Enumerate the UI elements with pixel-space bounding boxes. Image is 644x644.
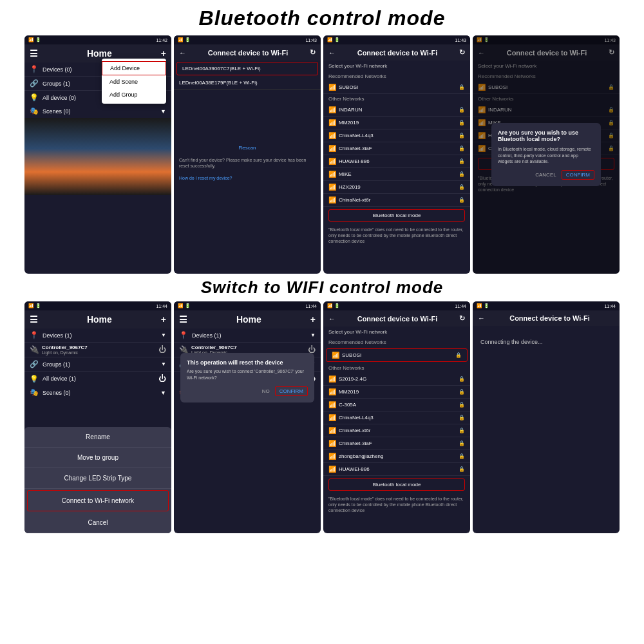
dialog-title: Are you sure you wish to use Bluetooth l… xyxy=(498,129,594,142)
add-scene-item[interactable]: Add Scene xyxy=(102,75,166,88)
time-b3: 11:44 xyxy=(455,304,466,308)
cancel-item[interactable]: Cancel xyxy=(24,513,171,533)
recommended-label-b3: Recommended Networks xyxy=(323,337,470,347)
status-bar-2: 📶🔋 11:43 xyxy=(174,35,321,44)
scenes-label-b1: Scenes (0) xyxy=(43,390,71,396)
refresh-icon-b3[interactable]: ↻ xyxy=(459,314,465,323)
devices-count-b1: Devices (1) xyxy=(43,332,72,339)
network-mm2019-3[interactable]: 📶MM2019 🔒 xyxy=(323,117,470,129)
bluetooth-local-btn-3[interactable]: Bluetooth local mode xyxy=(328,209,465,222)
bluetooth-info-3: "Bluetooth local mode" does not need to … xyxy=(323,224,470,247)
wifi-title-2: Connect device to Wi-Fi xyxy=(208,49,289,57)
bottom-row: 📶🔋 11:44 ☰ Home + 📍 Devices (1) ▼ 🔌 Cont… xyxy=(0,301,644,533)
device-item-2[interactable]: LEDnet00A38E179F(BLE + Wi-Fi) xyxy=(174,77,321,90)
network-chinanet-l4q3-3[interactable]: 📶ChinaNet-L4q3 🔒 xyxy=(323,129,470,142)
net-chinanet-l4q3-b3[interactable]: 📶ChinaNet-L4q3 🔒 xyxy=(323,412,470,424)
wifi-header-2: ← Connect device to Wi-Fi ↻ xyxy=(174,44,321,61)
screen-4-dialog: 📶🔋 11:43 ← Connect device to Wi-Fi ↻ Sel… xyxy=(473,35,620,274)
dialog-text: In Bluetooth local mode, cloud storage, … xyxy=(498,146,594,165)
add-icon-b2[interactable]: + xyxy=(310,314,316,325)
time-b4: 11:44 xyxy=(604,304,616,308)
home-header-b2: ☰ Home + xyxy=(174,310,321,328)
power-btn-b1[interactable]: ⏻ xyxy=(158,345,166,354)
wifi-header-b3: ← Connect device to Wi-Fi ↻ xyxy=(323,310,470,327)
rescan-button[interactable]: Rescan xyxy=(174,141,321,155)
select-network-label-b3: Select your Wi-Fi network xyxy=(323,327,470,337)
network-hzx-3[interactable]: 📶HZX2019 🔒 xyxy=(323,181,470,194)
groups-label-b1: Groups (1) xyxy=(43,361,70,368)
dialog-buttons: CANCEL CONFIRM xyxy=(498,170,594,180)
net-s2019[interactable]: 📶S2019-2.4G 🔒 xyxy=(323,373,470,386)
home-label-b1: Home xyxy=(87,314,112,325)
net-c305a[interactable]: 📶C-305A 🔒 xyxy=(323,399,470,412)
add-device-dropdown: Add Device Add Scene Add Group xyxy=(102,59,166,104)
add-device-item[interactable]: Add Device xyxy=(102,61,166,75)
power-all-b1[interactable]: ⏻ xyxy=(158,374,166,383)
screen-3-wifi-select: 📶🔋 11:43 ← Connect device to Wi-Fi ↻ Sel… xyxy=(323,35,470,274)
status-bar-b1: 📶🔋 11:44 xyxy=(24,301,171,310)
refresh-icon-3[interactable]: ↻ xyxy=(459,48,465,57)
wifi-title-3: Connect device to Wi-Fi xyxy=(357,49,438,57)
cancel-button[interactable]: CANCEL xyxy=(535,170,556,180)
menu-icon-b1[interactable]: ☰ xyxy=(30,314,38,325)
network-chinanet-xt6r-3[interactable]: 📶ChinaNet-xt6r 🔒 xyxy=(323,194,470,207)
reset-text: Are you sure you wish to connect 'Contro… xyxy=(187,368,308,381)
network-chinanet-3iaf-3[interactable]: 📶ChinaNet-3iaF 🔒 xyxy=(323,142,470,155)
add-icon-b1[interactable]: + xyxy=(161,314,166,325)
network-subosi-b3[interactable]: 📶SUBOSI 🔒 xyxy=(326,348,468,362)
chevron-scenes-b1: ▼ xyxy=(160,390,166,396)
other-networks-label: Other Networks xyxy=(323,94,470,104)
network-subosi-3[interactable]: 📶SUBOSI 🔒 xyxy=(323,81,470,94)
move-to-group-item[interactable]: Move to group xyxy=(24,448,171,468)
device-status-b1: Light on, Dynamic xyxy=(42,350,88,355)
add-group-item[interactable]: Add Group xyxy=(102,88,166,101)
status-icons-b3: 📶🔋 xyxy=(327,303,340,308)
wifi-title-b3: Connect device to Wi-Fi xyxy=(357,315,438,323)
net-zhongbang[interactable]: 📶zhongbangjiazheng 🔒 xyxy=(323,450,470,463)
device-item-1[interactable]: LEDnet00A39067C7(BLE + Wi-Fi) xyxy=(176,62,318,75)
nav-scenes-label: Scenes (0) xyxy=(43,108,71,115)
screen-b2-reset: 📶🔋 11:44 ☰ Home + 📍 Devices (1) ▼ 🔌 Cont… xyxy=(174,301,321,533)
menu-icon-b2[interactable]: ☰ xyxy=(179,314,187,325)
device-row-b1: 🔌 Controller_9067C7 Light on, Dynamic ⏻ xyxy=(24,343,171,357)
back-icon-b3[interactable]: ← xyxy=(328,315,336,323)
bluetooth-local-btn-b3[interactable]: Bluetooth local mode xyxy=(328,478,465,491)
connecting-text: Connecting the device... xyxy=(473,326,620,358)
select-network-label: Select your Wi-Fi network xyxy=(323,61,470,71)
home-background xyxy=(24,118,171,195)
connect-wifi-item[interactable]: Connect to Wi-Fi network xyxy=(27,490,169,511)
change-led-item[interactable]: Change LED Strip Type xyxy=(24,468,171,489)
rename-item[interactable]: Rename xyxy=(24,427,171,448)
menu-icon[interactable]: ☰ xyxy=(30,48,38,59)
confirm-button[interactable]: CONFIRM xyxy=(562,170,594,180)
status-icons-b4: 📶🔋 xyxy=(477,303,489,308)
all-device-b1: 💡 All device (1) ⏻ xyxy=(24,372,171,386)
back-icon-2[interactable]: ← xyxy=(179,49,186,57)
chevron-groups-b1: ▼ xyxy=(161,361,166,367)
section2-title: Switch to WIFI control mode xyxy=(0,274,644,301)
wifi-header-3: ← Connect device to Wi-Fi ↻ xyxy=(323,44,470,61)
status-bar-3: 📶🔋 11:43 xyxy=(323,35,470,44)
nav-all-device-label: All device (0) xyxy=(43,95,76,101)
back-icon-b4[interactable]: ← xyxy=(478,314,485,322)
add-icon[interactable]: + xyxy=(161,48,166,59)
refresh-icon-2[interactable]: ↻ xyxy=(310,48,316,57)
network-mike-3[interactable]: 📶MIKE 🔒 xyxy=(323,168,470,181)
confirm-button-b2[interactable]: CONFIRM xyxy=(275,386,308,396)
network-huawei-3[interactable]: 📶HUAWEI-886 🔒 xyxy=(323,155,470,168)
reset-buttons: NO CONFIRM xyxy=(187,386,308,396)
no-button[interactable]: NO xyxy=(262,386,270,396)
context-menu: Rename Move to group Change LED Strip Ty… xyxy=(24,427,171,533)
reset-link[interactable]: How do I reset my device? xyxy=(179,176,232,180)
nav-groups-b1: 🔗 Groups (1) ▼ xyxy=(24,357,171,372)
status-icons-b1: 📶🔋 xyxy=(28,303,41,308)
net-huawei-b3[interactable]: 📶HUAWEI-886 🔒 xyxy=(323,463,470,476)
network-indarun-3[interactable]: 📶INDARUN 🔒 xyxy=(323,104,470,117)
all-device-label-b1: All device (1) xyxy=(43,375,76,382)
other-label-b3: Other Networks xyxy=(323,363,470,373)
net-chinanet-3iaf-b3[interactable]: 📶ChinaNet-3iaF 🔒 xyxy=(323,437,470,450)
net-chinanet-xt6r-b3[interactable]: 📶ChinaNet-xt6r 🔒 xyxy=(323,424,470,437)
wifi-header-b4: ← Connect device to Wi-Fi xyxy=(473,310,620,326)
net-mm2019-b3[interactable]: 📶MM2019 🔒 xyxy=(323,386,470,399)
back-icon-3[interactable]: ← xyxy=(328,49,336,57)
